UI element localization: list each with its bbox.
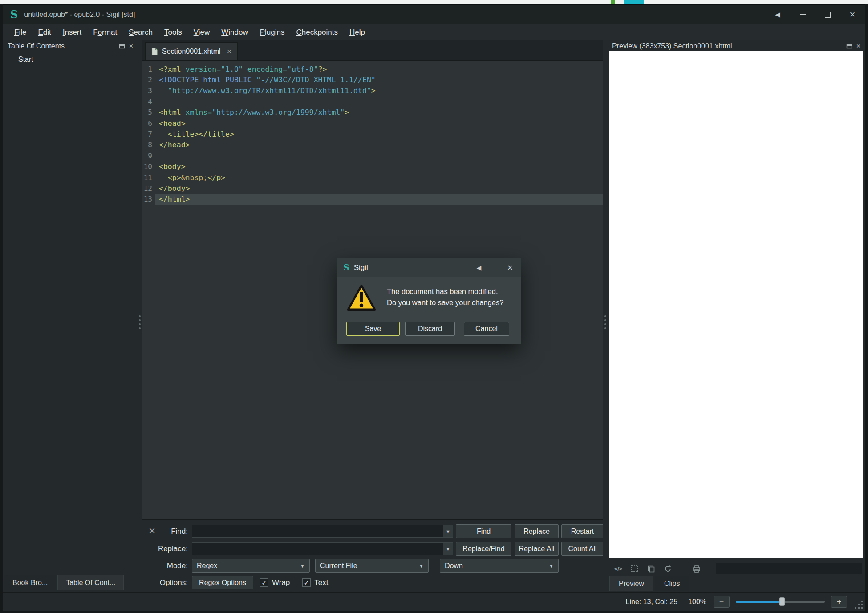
- window-title: untitled.epub* - epub2.0 - Sigil [std]: [24, 11, 135, 19]
- preview-address-bar: [716, 563, 862, 574]
- inspect-code-icon[interactable]: </>: [613, 563, 624, 574]
- code-line-9[interactable]: 9: [142, 150, 603, 161]
- code-text: <?xml version="1.0" encoding="utf-8"?>: [155, 64, 603, 74]
- preview-float-icon[interactable]: [846, 44, 852, 49]
- refresh-icon[interactable]: [662, 563, 673, 574]
- copy-icon[interactable]: [646, 563, 657, 574]
- preview-close-icon[interactable]: ×: [856, 42, 860, 50]
- find-history-dropdown[interactable]: ▼: [443, 525, 453, 538]
- menu-item-insert[interactable]: Insert: [57, 28, 88, 37]
- code-line-11[interactable]: 11 <p>&nbsp;</p>: [142, 172, 603, 183]
- menu-item-format[interactable]: Format: [87, 28, 123, 37]
- dialog-titlebar[interactable]: S Sigil ◀ ×: [337, 258, 521, 277]
- splitter-left-handle[interactable]: [138, 40, 142, 592]
- mode-label: Mode:: [142, 561, 188, 570]
- titlebar[interactable]: S untitled.epub* - epub2.0 - Sigil [std]…: [3, 5, 865, 24]
- titlebar-back-arrow-icon[interactable]: ◀: [765, 5, 790, 24]
- print-icon[interactable]: [691, 563, 702, 574]
- toc-close-icon[interactable]: ×: [129, 42, 133, 50]
- menu-item-tools[interactable]: Tools: [158, 28, 188, 37]
- cancel-button[interactable]: Cancel: [464, 322, 509, 336]
- code-line-2[interactable]: 2<!DOCTYPE html PUBLIC "-//W3C//DTD XHTM…: [142, 74, 603, 85]
- code-line-8[interactable]: 8</head>: [142, 140, 603, 150]
- replace-button[interactable]: Replace: [515, 524, 559, 538]
- code-line-10[interactable]: 10<body>: [142, 161, 603, 172]
- splitter-right-handle[interactable]: [603, 40, 608, 592]
- chevron-down-icon: ▼: [419, 563, 424, 569]
- code-line-5[interactable]: 5<html xmlns="http://www.w3.org/1999/xht…: [142, 107, 603, 118]
- find-label: Find:: [142, 527, 188, 536]
- preview-pane[interactable]: [609, 51, 863, 558]
- menu-item-search[interactable]: Search: [123, 28, 158, 37]
- zoom-slider-fill: [736, 601, 782, 603]
- text-checkbox[interactable]: ✓: [302, 578, 311, 587]
- code-line-13[interactable]: 13</html>: [142, 194, 603, 205]
- code-text: <!DOCTYPE html PUBLIC "-//W3C//DTD XHTML…: [155, 74, 603, 85]
- editor-tabbar: Section0001.xhtml ×: [142, 40, 603, 61]
- find-button[interactable]: Find: [456, 524, 511, 538]
- replace-all-button[interactable]: Replace All: [515, 542, 559, 556]
- tab-close-icon[interactable]: ×: [227, 47, 232, 56]
- mode-dropdown[interactable]: Regex ▼: [192, 559, 310, 573]
- desktop: S untitled.epub* - epub2.0 - Sigil [std]…: [0, 0, 868, 613]
- wrap-checkbox[interactable]: ✓: [260, 578, 268, 587]
- resize-grip[interactable]: [856, 601, 863, 609]
- replace-find-button[interactable]: Replace/Find: [456, 542, 511, 556]
- replace-history-dropdown[interactable]: ▼: [443, 542, 453, 555]
- regex-options-button[interactable]: Regex Options: [192, 576, 253, 589]
- dialog-body: The document has been modified. Do you w…: [337, 277, 521, 344]
- menu-item-plugins[interactable]: Plugins: [254, 28, 291, 37]
- save-button[interactable]: Save: [346, 322, 400, 336]
- preview-panel: Preview (383x753) Section0001.xhtml × </…: [608, 40, 865, 592]
- menu-item-help[interactable]: Help: [344, 28, 371, 37]
- splitter-grip-icon: [139, 315, 141, 317]
- code-line-7[interactable]: 7 <title></title>: [142, 129, 603, 139]
- desktop-top-strip: [0, 0, 868, 4]
- zoom-in-button[interactable]: +: [831, 596, 847, 608]
- toc-float-icon[interactable]: [119, 44, 125, 49]
- document-icon: [151, 48, 158, 56]
- tab-table-of-contents[interactable]: Table Of Cont...: [57, 575, 124, 590]
- discard-button[interactable]: Discard: [405, 322, 455, 336]
- menu-item-file[interactable]: File: [8, 28, 32, 37]
- code-line-3[interactable]: 3 "http://www.w3.org/TR/xhtml11/DTD/xhtm…: [142, 85, 603, 96]
- dialog-close-icon[interactable]: ×: [501, 262, 519, 274]
- tab-clips[interactable]: Clips: [655, 576, 690, 591]
- tab-preview[interactable]: Preview: [609, 576, 653, 591]
- code-text: [155, 150, 603, 161]
- sigil-logo-icon: S: [343, 263, 349, 272]
- code-line-4[interactable]: 4: [142, 96, 603, 107]
- dialog-back-arrow-icon[interactable]: ◀: [470, 264, 488, 271]
- menu-item-edit[interactable]: Edit: [32, 28, 57, 37]
- code-line-12[interactable]: 12</body>: [142, 183, 603, 194]
- dialog-buttons: Save Discard Cancel: [337, 322, 521, 336]
- zoom-out-button[interactable]: −: [714, 596, 730, 608]
- code-line-6[interactable]: 6<head>: [142, 118, 603, 129]
- count-all-button[interactable]: Count All: [561, 542, 604, 556]
- toc-item-start[interactable]: Start: [3, 52, 138, 64]
- restart-button[interactable]: Restart: [561, 524, 604, 538]
- zoom-slider[interactable]: [736, 601, 825, 603]
- menu-item-window[interactable]: Window: [215, 28, 254, 37]
- replace-input[interactable]: [192, 542, 443, 555]
- find-input[interactable]: [192, 525, 443, 538]
- tab-book-browser[interactable]: Book Bro...: [4, 575, 56, 590]
- minimize-icon: [800, 14, 806, 15]
- menubar: FileEditInsertFormatSearchToolsViewWindo…: [3, 24, 865, 40]
- cursor-position: Line: 13, Col: 25: [626, 598, 678, 606]
- scope-dropdown[interactable]: Current File ▼: [315, 559, 429, 573]
- menu-item-view[interactable]: View: [188, 28, 216, 37]
- select-all-icon[interactable]: [629, 563, 640, 574]
- minimize-button[interactable]: [790, 5, 815, 24]
- zoom-slider-handle[interactable]: [779, 597, 785, 606]
- direction-dropdown[interactable]: Down ▼: [440, 559, 559, 573]
- resize-grip-icon: [861, 607, 863, 609]
- check-icon: ✓: [261, 579, 267, 587]
- code-line-1[interactable]: 1<?xml version="1.0" encoding="utf-8"?>: [142, 64, 603, 74]
- maximize-button[interactable]: [815, 5, 840, 24]
- options-row: Options: Regex Options ✓ Wrap ✓ Text: [142, 576, 603, 589]
- menu-item-checkpoints[interactable]: Checkpoints: [290, 28, 344, 37]
- mode-row: Mode: Regex ▼ Current File ▼ Down ▼: [142, 559, 603, 573]
- tab-section0001[interactable]: Section0001.xhtml ×: [145, 42, 238, 60]
- close-button[interactable]: ×: [840, 5, 865, 24]
